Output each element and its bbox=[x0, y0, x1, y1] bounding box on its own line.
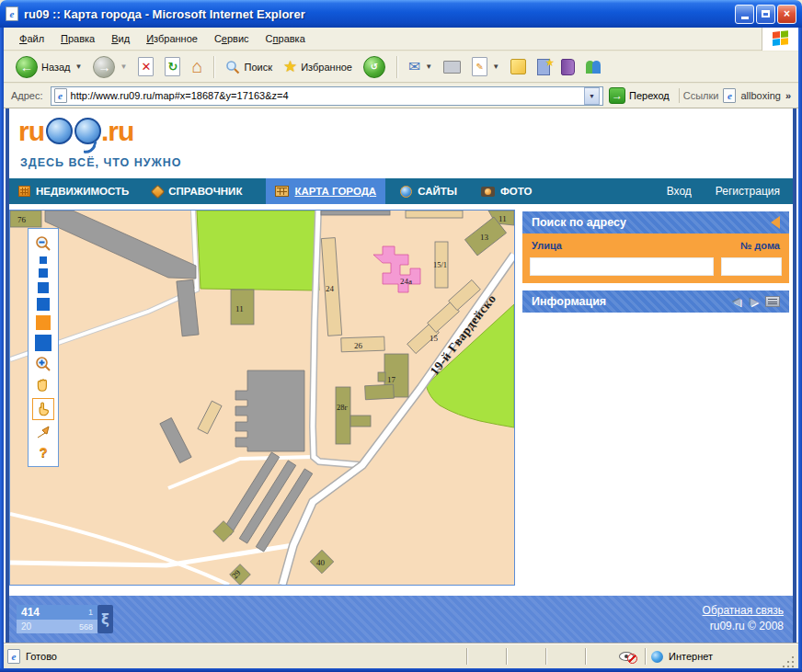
feedback-link[interactable]: Обратная связь bbox=[703, 603, 784, 619]
building-label: 15/1 bbox=[433, 260, 447, 269]
mail-dropdown-icon[interactable]: ▼ bbox=[425, 63, 432, 71]
maximize-button[interactable] bbox=[756, 5, 775, 24]
close-button[interactable]: × bbox=[777, 5, 796, 24]
stop-button[interactable]: ✕ bbox=[133, 55, 158, 78]
info-next-arrow-icon[interactable]: ► bbox=[748, 295, 761, 308]
minimize-button[interactable] bbox=[735, 5, 754, 24]
zoom-level-1[interactable] bbox=[40, 256, 47, 264]
print-button[interactable] bbox=[439, 59, 465, 75]
globe-icon bbox=[400, 186, 412, 198]
windows-brand-logo bbox=[762, 28, 798, 51]
address-input[interactable]: e http://www.ru09.ru/map#x=18687&y=17163… bbox=[51, 86, 603, 106]
search-button[interactable]: Поиск bbox=[221, 58, 276, 76]
go-arrow-icon: → bbox=[609, 87, 625, 104]
pointer-tool-button[interactable] bbox=[32, 398, 54, 420]
nav-sites[interactable]: САЙТЫ bbox=[400, 178, 457, 204]
building-label: 76 bbox=[17, 215, 27, 224]
pan-tool-button[interactable] bbox=[35, 377, 52, 393]
back-label: Назад bbox=[41, 62, 71, 73]
toolbar-separator bbox=[396, 56, 397, 78]
map-tool-palette: ? bbox=[28, 228, 59, 467]
zoom-level-6[interactable] bbox=[35, 335, 52, 351]
refresh-button[interactable]: ↻ bbox=[160, 55, 185, 78]
zoom-out-button[interactable] bbox=[35, 235, 52, 252]
map-grid-icon bbox=[275, 186, 289, 197]
zoom-level-current[interactable] bbox=[36, 315, 51, 330]
internet-zone-icon bbox=[651, 651, 663, 663]
zoom-in-button[interactable] bbox=[35, 356, 52, 372]
address-search-panel: Улица № дома bbox=[522, 233, 789, 283]
house-number-input[interactable] bbox=[721, 257, 782, 276]
site-logo[interactable]: ru .ru bbox=[18, 116, 133, 147]
back-button[interactable]: ← Назад ▼ bbox=[11, 54, 86, 80]
messenger-button[interactable] bbox=[581, 59, 605, 75]
menu-view[interactable]: Вид bbox=[103, 30, 138, 47]
links-overflow-chevron[interactable]: » bbox=[785, 90, 791, 101]
research-button[interactable] bbox=[556, 57, 579, 77]
search-label: Поиск bbox=[244, 62, 271, 73]
nav-photo[interactable]: ФОТО bbox=[481, 178, 532, 204]
ie-page-icon: e bbox=[7, 649, 20, 664]
favorites-button[interactable]: ★ Избранное bbox=[279, 55, 357, 78]
building-label: 28г bbox=[337, 403, 349, 412]
address-url: http://www.ru09.ru/map#x=18687&y=17163&z… bbox=[71, 90, 580, 101]
note-icon bbox=[510, 59, 526, 74]
zoom-level-4[interactable] bbox=[37, 298, 50, 311]
mail-button[interactable]: ✉ ▼ bbox=[404, 56, 437, 77]
link-allboxing[interactable]: allboxing bbox=[740, 90, 780, 101]
nav-realty[interactable]: НЕДВИЖИМОСТЬ bbox=[18, 178, 129, 204]
site-header: ru .ru ЗДЕСЬ ВСЁ, ЧТО НУЖНО bbox=[9, 108, 793, 178]
resize-grip[interactable] bbox=[783, 656, 795, 668]
home-button[interactable]: ⌂ bbox=[187, 54, 207, 79]
go-button[interactable]: → Переход bbox=[607, 86, 675, 105]
status-bar: e Готово Интернет bbox=[4, 644, 798, 668]
back-dropdown-icon[interactable]: ▼ bbox=[75, 63, 83, 71]
zoom-level-3[interactable] bbox=[38, 282, 49, 293]
city-map-canvas[interactable]: 76 11 13 24 24а 15/1 15 26 17 28г 11 40 bbox=[10, 211, 514, 585]
browser-window: e ru09 :: Карта города - Microsoft Inter… bbox=[0, 0, 802, 672]
address-dropdown-button[interactable]: ▼ bbox=[584, 87, 600, 105]
address-label: Адрес: bbox=[7, 90, 47, 101]
site-navbar: НЕДВИЖИМОСТЬ СПРАВОЧНИК КАРТА ГОРОДА САЙ… bbox=[9, 178, 793, 204]
menu-favorites[interactable]: Избранное bbox=[138, 30, 206, 47]
login-link[interactable]: Вход bbox=[667, 185, 692, 198]
nav-directory[interactable]: СПРАВОЧНИК bbox=[153, 178, 242, 204]
site-page: ru .ru ЗДЕСЬ ВСЁ, ЧТО НУЖНО НЕДВИЖИМОСТЬ… bbox=[6, 108, 796, 644]
edit-button[interactable]: ✎ ▼ bbox=[467, 55, 504, 78]
counter-visits-small: 1 bbox=[88, 608, 93, 617]
go-label: Переход bbox=[629, 90, 670, 101]
building-label: 40 bbox=[316, 558, 326, 567]
logo-lens-icon bbox=[46, 118, 73, 144]
help-button[interactable]: ? bbox=[39, 444, 47, 460]
menu-file[interactable]: Файл bbox=[11, 30, 52, 47]
nav-city-map[interactable]: КАРТА ГОРОДА bbox=[266, 178, 385, 204]
messenger-people-icon bbox=[586, 61, 601, 74]
privacy-report-icon[interactable] bbox=[619, 652, 634, 661]
discuss-button[interactable] bbox=[506, 57, 531, 76]
menu-edit[interactable]: Правка bbox=[52, 30, 103, 47]
favorites-star-icon: ★ bbox=[283, 57, 297, 76]
menu-help[interactable]: Справка bbox=[258, 30, 314, 47]
register-link[interactable]: Регистрация bbox=[716, 185, 780, 198]
history-button[interactable]: ↺ bbox=[359, 54, 390, 80]
street-input[interactable] bbox=[530, 257, 714, 276]
zoom-level-2[interactable] bbox=[39, 268, 48, 278]
menu-tools[interactable]: Сервис bbox=[206, 30, 258, 47]
building-label: 24 bbox=[326, 284, 335, 293]
map-container: 76 11 13 24 24а 15/1 15 26 17 28г 11 40 bbox=[9, 210, 515, 586]
mail-icon: ✉ bbox=[408, 58, 420, 75]
building-label: 15 bbox=[430, 334, 439, 343]
search-panel-title: Поиск по адресу bbox=[532, 216, 626, 229]
link-tool-button[interactable] bbox=[36, 425, 51, 439]
info-list-icon[interactable] bbox=[765, 296, 780, 307]
visit-counter[interactable]: 414 1 20 568 ξ bbox=[17, 605, 113, 633]
edit-dropdown-icon[interactable]: ▼ bbox=[492, 63, 499, 71]
window-title: ru09 :: Карта города - Microsoft Interne… bbox=[24, 7, 733, 21]
zone-label: Интернет bbox=[669, 651, 713, 662]
favorites-label: Избранное bbox=[301, 62, 352, 73]
add-favorite-button[interactable]: ★ bbox=[533, 57, 555, 77]
collapse-triangle-icon[interactable] bbox=[771, 216, 780, 229]
forward-button[interactable]: → ▼ bbox=[88, 54, 132, 80]
home-icon: ⌂ bbox=[191, 56, 202, 77]
info-prev-arrow-icon[interactable]: ◄ bbox=[730, 295, 743, 308]
